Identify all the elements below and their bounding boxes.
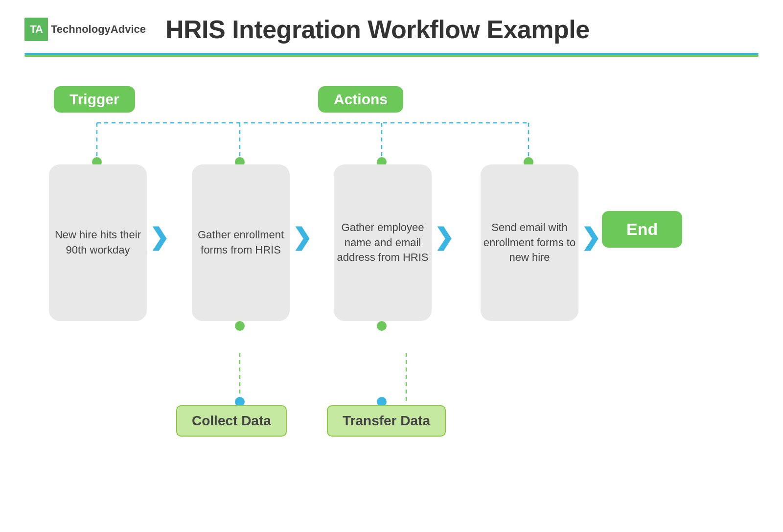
arrow-1: ❯	[149, 223, 169, 251]
trigger-label: Trigger	[54, 86, 135, 113]
page-title: HRIS Integration Workflow Example	[165, 15, 590, 44]
trigger-label-container: Trigger	[54, 86, 135, 113]
logo: TA TechnologyAdvice	[24, 18, 146, 41]
arrow-4: ❯	[581, 223, 600, 251]
end-label-container: End	[602, 211, 682, 248]
card-gather-enrollment: Gather enrollment forms from HRIS	[192, 164, 290, 321]
logo-text: TechnologyAdvice	[51, 23, 146, 36]
logo-advice: Advice	[111, 23, 146, 35]
actions-label: Actions	[318, 86, 403, 113]
end-label: End	[602, 211, 682, 248]
arrow-2: ❯	[292, 223, 312, 251]
logo-technology: Technology	[51, 23, 111, 35]
divider	[24, 53, 759, 57]
divider-green	[24, 55, 759, 57]
logo-ta-text: TA	[30, 23, 43, 36]
workflow-area: Trigger Actions New hire hits their 90th…	[24, 81, 759, 463]
transfer-data-label: Transfer Data	[327, 405, 446, 437]
arrow-3: ❯	[434, 223, 454, 251]
collect-data-label: Collect Data	[176, 405, 287, 437]
card-trigger: New hire hits their 90th workday	[49, 164, 147, 321]
header: TA TechnologyAdvice HRIS Integration Wor…	[24, 15, 759, 44]
card-gather-employee: Gather employee name and email address f…	[334, 164, 432, 321]
actions-label-container: Actions	[318, 86, 403, 113]
logo-box: TA	[24, 18, 48, 41]
page: TA TechnologyAdvice HRIS Integration Wor…	[0, 0, 783, 532]
dot-card3-bottom	[377, 321, 387, 331]
card-send-email: Send email with enrollment forms to new …	[481, 164, 578, 321]
dot-card2-bottom	[235, 321, 245, 331]
